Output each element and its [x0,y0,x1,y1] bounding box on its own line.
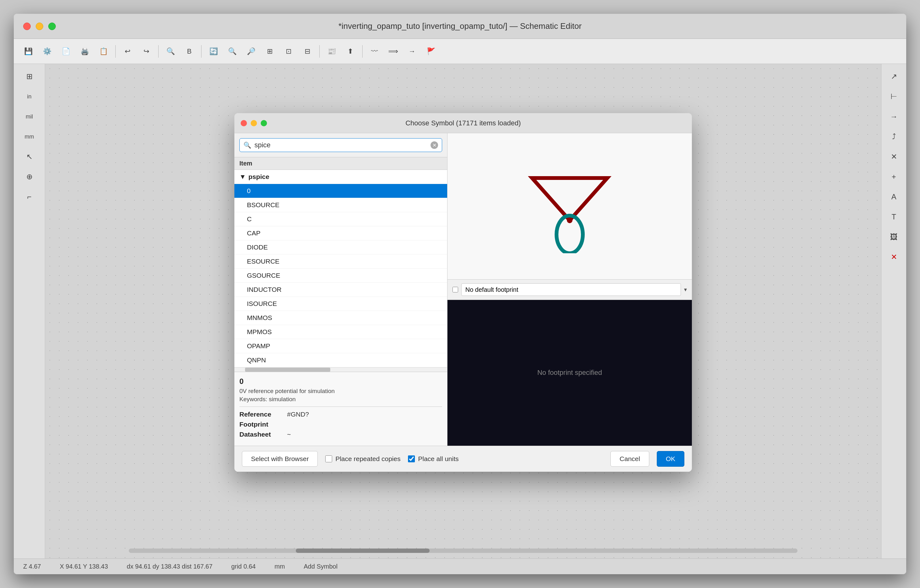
list-item-cap[interactable]: CAP [234,226,447,240]
wire-button[interactable]: → [404,43,420,60]
footprint-preview: No footprint specified [447,300,692,446]
zoom-fit-button[interactable]: ⊞ [262,43,278,60]
tool2-button[interactable]: ⚙️ [39,43,55,60]
list-item-isource[interactable]: ISOURCE [234,297,447,311]
info-reference-row: Reference #GND? [240,411,442,418]
redo-button[interactable]: ↪ [138,43,154,60]
canvas-area[interactable]: Choose Symbol (17171 items loaded) 🔍 [45,64,881,559]
status-bar: Z 4.67 X 94.61 Y 138.43 dx 94.61 dy 138.… [14,559,906,574]
zoom-actual-button[interactable]: ⊟ [299,43,316,60]
dialog-traffic-lights [241,120,267,126]
search-input[interactable] [254,141,428,149]
list-hscroll[interactable] [234,367,447,372]
dialog-minimize-button[interactable] [251,120,257,126]
list-item-c[interactable]: C [234,212,447,226]
list-item-mnmos[interactable]: MNMOS [234,311,447,325]
search-icon: 🔍 [243,141,251,149]
list-item-gsource[interactable]: GSOURCE [234,269,447,283]
tool-r2-icon[interactable]: → [884,107,904,126]
info-divider [240,407,442,407]
tool5-button[interactable]: 📋 [95,43,112,60]
search-clear-button[interactable]: ✕ [431,141,438,149]
refresh-button[interactable]: 🔄 [205,43,222,60]
ok-button[interactable]: OK [657,451,684,467]
no-footprint-text: No footprint specified [538,369,602,377]
list-item-0[interactable]: 0 [234,184,447,198]
tool-r8-icon[interactable]: 🖼 [884,228,904,246]
undo-button[interactable]: ↩ [119,43,136,60]
list-hscroll-thumb[interactable] [245,368,330,372]
zoom-in-button[interactable]: 🔍 [224,43,240,60]
sep2 [158,45,159,58]
grid-icon[interactable]: ⊞ [20,67,39,86]
search-input-wrapper: 🔍 ✕ [240,138,442,152]
list-item-category-pspice[interactable]: ▼ pspice [234,170,447,184]
info-desc: 0V reference potential for simulation [240,388,442,395]
select-with-browser-button[interactable]: Select with Browser [242,451,318,467]
cursor-icon[interactable]: ↖ [20,147,39,166]
cancel-button[interactable]: Cancel [611,451,649,467]
status-mode: Add Symbol [304,563,337,570]
sep5 [362,45,363,58]
info-datasheet-row: Datasheet ~ [240,431,442,438]
replace-button[interactable]: B [181,43,198,60]
tool-r9-icon[interactable]: ✕ [884,248,904,266]
bus-button[interactable]: ⟹ [385,43,402,60]
footprint-dropdown[interactable]: No default footprint [461,283,681,296]
window-frame: *inverting_opamp_tuto [inverting_opamp_t… [14,14,906,574]
dialog-maximize-button[interactable] [261,120,267,126]
title-bar: *inverting_opamp_tuto [inverting_opamp_t… [14,14,906,39]
place-all-label: Place all units [418,455,459,463]
list-item-inductor[interactable]: INDUCTOR [234,283,447,297]
page-button[interactable]: 📰 [323,43,340,60]
reference-label: Reference [240,411,283,418]
mil-icon[interactable]: mil [20,107,39,126]
status-delta: dx 94.61 dy 138.43 dist 167.67 [127,563,213,570]
place-repeated-group: Place repeated copies [325,455,400,463]
tool-r3-icon[interactable]: ⤴ [884,127,904,146]
list-item-esource[interactable]: ESOURCE [234,254,447,269]
dialog-close-button[interactable] [241,120,247,126]
zoom-out-button[interactable]: 🔎 [243,43,259,60]
place-repeated-label: Place repeated copies [335,455,400,463]
h-scrollbar-thumb[interactable] [296,549,429,553]
chevron-down-icon: ▾ [684,286,687,293]
list-item-opamp[interactable]: OPAMP [234,339,447,353]
list-item-diode[interactable]: DIODE [234,240,447,254]
place-repeated-checkbox[interactable] [325,455,332,462]
info-keywords: Keywords: simulation [240,396,442,403]
wire-tool-icon[interactable]: ⌐ [20,188,39,206]
list-item-qnpn[interactable]: QNPN [234,353,447,367]
print-button[interactable]: 🖨️ [76,43,93,60]
net-button[interactable]: 〰 [366,43,382,60]
find-button[interactable]: 🔍 [162,43,178,60]
tool-r4-icon[interactable]: ✕ [884,147,904,166]
h-scrollbar[interactable] [129,549,797,553]
mm-icon[interactable]: mm [20,127,39,146]
tool-r1-icon[interactable]: ⊢ [884,87,904,106]
maximize-button[interactable] [48,23,56,30]
footprint-checkbox[interactable] [452,287,458,292]
add-symbol-icon[interactable]: ⊕ [20,167,39,186]
tool-r5-icon[interactable]: + [884,167,904,186]
list-item-bsource[interactable]: BSOURCE [234,198,447,212]
close-button[interactable] [23,23,31,30]
minimize-button[interactable] [36,23,43,30]
up-button[interactable]: ⬆ [342,43,358,60]
dialog-footer: Select with Browser Place repeated copie… [234,446,692,472]
tool3-button[interactable]: 📄 [58,43,74,60]
footprint-label: Footprint [240,421,283,428]
sep4 [319,45,320,58]
save-button[interactable]: 💾 [20,43,36,60]
tool-r6-icon[interactable]: A [884,188,904,206]
item-list[interactable]: ▼ pspice 0 BSOURCE C CAP DIODE ESOURCE G… [234,170,447,367]
cursor-right-icon[interactable]: ↗ [884,67,904,86]
flag-button[interactable]: 🚩 [423,43,439,60]
zoom-area-button[interactable]: ⊡ [280,43,297,60]
list-item-mpmos[interactable]: MPMOS [234,325,447,339]
traffic-lights [23,23,56,30]
inch-icon[interactable]: in [20,87,39,106]
place-all-checkbox[interactable] [408,455,415,462]
search-bar: 🔍 ✕ [234,133,447,157]
tool-r7-icon[interactable]: T [884,207,904,226]
